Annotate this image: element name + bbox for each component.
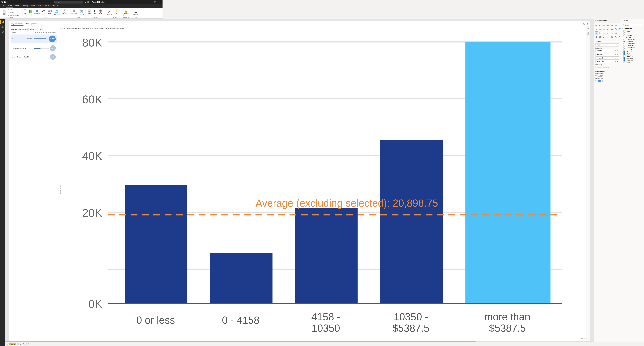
sensitivity-label: Sensitivity: [122, 17, 130, 19]
enter-data-button[interactable]: ⌨ Enterdata: [47, 9, 52, 17]
tab-home[interactable]: Home: [6, 5, 13, 8]
sql-server-button[interactable]: 🗃 SQLServer: [41, 9, 46, 17]
svg-point-10: [3, 33, 4, 33]
tab-modeling[interactable]: Modeling: [20, 5, 30, 8]
avg-label: ...the average of Profit increases by: [34, 32, 56, 34]
copy-button[interactable]: 📄 Copy: [7, 11, 20, 14]
app-icon: ⊞: [1, 1, 3, 3]
svg-rect-1: [2, 22, 2, 23]
paste-icon: 📋: [2, 10, 6, 14]
sidebar-item-model[interactable]: [0, 30, 5, 35]
refresh-button[interactable]: 🔄 Refresh: [78, 9, 84, 17]
tab-view[interactable]: View: [30, 5, 36, 8]
tab-insert[interactable]: Insert: [13, 5, 20, 8]
more-visuals-icon: 🔮: [99, 10, 102, 13]
title-bar: ⊞ 💾 ↩ ↪ Untitled - Power BI Desktop — ❐ …: [0, 0, 162, 4]
excel-button[interactable]: 📗 Excel: [28, 9, 33, 17]
back-arrow[interactable]: ←: [60, 28, 62, 29]
left-sidebar: [0, 19, 6, 103]
new-visual-icon: 📈: [88, 10, 91, 13]
sensitivity-button[interactable]: 🔒 Sensitivity(preview) ▾: [122, 9, 130, 17]
recent-sources-button[interactable]: 🕐 Recentsources ▾: [61, 9, 68, 17]
publish-button[interactable]: ☁ Publish: [132, 9, 138, 17]
dataverse-icon: 🌐: [55, 10, 58, 14]
maximize-button[interactable]: ❐: [153, 1, 157, 3]
get-data-icon: 🗄: [24, 10, 26, 13]
paste-button[interactable]: 📋 Paste: [1, 9, 7, 17]
influencer-bar-3: [34, 57, 40, 57]
refresh-icon: 🔄: [80, 10, 83, 14]
tab-format[interactable]: Format: [42, 5, 50, 8]
tab-help[interactable]: Help: [36, 5, 42, 8]
sidebar-item-report[interactable]: [0, 20, 5, 24]
chart-area: 80K 60K 40K 20K 0K: [62, 30, 162, 103]
publish-icon: ☁: [134, 10, 137, 14]
format-painter-button[interactable]: 🖌 Format painter: [7, 14, 20, 17]
tab-file[interactable]: File: [0, 5, 6, 8]
redo-btn[interactable]: ↪: [10, 1, 11, 3]
new-measure-button[interactable]: fx Newmeasure: [106, 9, 113, 17]
help-icon[interactable]: ?: [42, 28, 43, 30]
chart-title: ← Profit is more likely to increase when…: [60, 28, 162, 29]
format-painter-icon: 🖌: [8, 15, 10, 16]
ribbon: 📋 Paste ✂ Cut 📄 Copy 🖌 Format painter Cl…: [0, 8, 162, 19]
canvas-area: Key influencers Top segments 💬 📌 What in…: [6, 19, 162, 103]
sidebar-item-table[interactable]: [0, 25, 5, 30]
share-label: Share: [132, 17, 138, 19]
tab-key-influencers[interactable]: Key influencers: [11, 22, 24, 26]
chart-container: Average of Profit: [60, 30, 162, 103]
text-box-button[interactable]: T Textbox: [92, 9, 97, 17]
tab-top-segments[interactable]: Top segments: [26, 22, 37, 26]
quick-save[interactable]: 💾: [4, 1, 6, 3]
column-headers: When... ...the average of Profit increas…: [11, 32, 57, 34]
influence-label: What influences Profit to: [11, 28, 28, 30]
title-bar-left: ⊞ 💾 ↩ ↪: [1, 1, 11, 3]
when-label: When...: [12, 32, 17, 34]
calculations-label: Calculations: [106, 17, 120, 19]
powerbi-icon: 🔷: [35, 10, 39, 13]
powerbi-datasets-button[interactable]: 🔷 Power BIdatasets: [34, 9, 41, 17]
influencer-row[interactable]: Segment is Government 24.2K: [11, 44, 57, 52]
data-group: 🗄 Getdata ▾ 📗 Excel 🔷 Power BIdatasets 🗃…: [22, 8, 70, 19]
main-content: Key influencers Top segments 💬 📌 What in…: [6, 19, 162, 103]
get-data-button[interactable]: 🗄 Getdata ▾: [22, 9, 28, 17]
close-button[interactable]: ✕: [158, 1, 162, 3]
dataverse-button[interactable]: 🌐 Dataverse: [53, 9, 60, 17]
data-label: Data: [22, 17, 68, 19]
svg-rect-3: [3, 21, 4, 23]
influence-dropdown[interactable]: Increase Decrease: [28, 28, 42, 31]
svg-rect-2: [3, 22, 3, 23]
influencer-row[interactable]: Units Sold is more than 549 20.71K: [11, 53, 57, 61]
sql-icon: 🗃: [42, 10, 45, 13]
visual-header: Key influencers Top segments 💬 📌: [10, 21, 162, 26]
recent-icon: 🕐: [63, 10, 66, 13]
svg-rect-4: [2, 26, 4, 28]
new-visual-button[interactable]: 📈 Newvisual: [87, 9, 92, 17]
svg-line-11: [2, 32, 3, 32]
visual-body: What influences Profit to Increase Decre…: [10, 26, 162, 103]
influencers-header: What influences Profit to Increase Decre…: [11, 28, 57, 31]
cut-button[interactable]: ✂ Cut: [7, 9, 20, 11]
sensitivity-icon: 🔒: [124, 10, 128, 13]
more-visuals-button[interactable]: 🔮 Morevisuals ▾: [97, 9, 104, 17]
tab-datadrill[interactable]: Data / Drill: [50, 5, 61, 8]
ribbon-tabs: File Home Insert Modeling View Help Form…: [0, 4, 162, 8]
influencer-label-2: Segment is Government: [12, 47, 33, 49]
svg-point-9: [3, 31, 4, 32]
influencer-bar-2: [34, 48, 41, 49]
transform-data-button[interactable]: ⚙ Transformdata ▾: [70, 9, 78, 17]
chart-title-text: Profit is more likely to increase when D…: [62, 28, 124, 29]
enter-data-icon: ⌨: [48, 10, 52, 13]
influencer-bubble-1: 51.47K: [49, 36, 56, 42]
quick-measure-button[interactable]: ⚡ Quickmeasure: [113, 9, 120, 17]
quick-measure-icon: ⚡: [115, 10, 118, 13]
undo-btn[interactable]: ↩: [7, 1, 8, 3]
bar-chart-svg: 80K 60K 40K 20K 0K: [62, 30, 162, 103]
influencer-bar-container-2: [34, 48, 49, 49]
title-search-input[interactable]: [54, 1, 83, 4]
minimize-button[interactable]: —: [149, 1, 152, 3]
influencer-row[interactable]: Discounts is more than $5387.5 51.47K: [11, 35, 57, 43]
new-measure-icon: fx: [108, 10, 110, 12]
title-bar-center: Untitled - Power BI Desktop: [11, 1, 149, 4]
influencers-panel: What influences Profit to Increase Decre…: [10, 26, 58, 103]
